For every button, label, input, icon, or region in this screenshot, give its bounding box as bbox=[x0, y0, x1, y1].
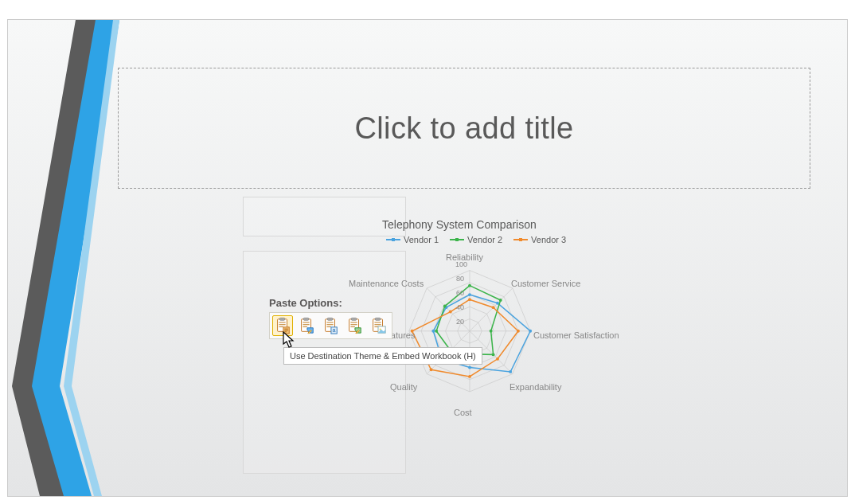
svg-rect-64 bbox=[374, 324, 381, 325]
axis-label-quality: Quality bbox=[390, 382, 417, 392]
svg-point-25 bbox=[435, 330, 438, 333]
svg-rect-41 bbox=[284, 329, 288, 330]
axis-label-maintenance-costs: Maintenance Costs bbox=[349, 279, 424, 288]
paste-options-label: Paste Options: bbox=[269, 297, 392, 309]
chart-legend: Vendor 1 Vendor 2 Vendor 3 bbox=[386, 235, 566, 244]
svg-point-32 bbox=[430, 368, 433, 371]
slide-canvas: Click to add title Telephony System Comp… bbox=[8, 20, 847, 496]
svg-rect-39 bbox=[279, 326, 283, 327]
svg-point-30 bbox=[496, 357, 499, 361]
svg-point-21 bbox=[490, 330, 493, 333]
svg-rect-58 bbox=[350, 322, 357, 322]
svg-point-29 bbox=[517, 330, 520, 333]
svg-rect-48 bbox=[303, 326, 307, 327]
chart-title: Telephony System Comparison bbox=[382, 218, 537, 231]
svg-point-28 bbox=[492, 306, 495, 309]
svg-point-13 bbox=[529, 330, 532, 333]
paste-option-use-destination-theme-embed[interactable] bbox=[272, 315, 293, 336]
svg-point-20 bbox=[499, 299, 502, 302]
tick-80: 80 bbox=[456, 275, 464, 283]
svg-rect-45 bbox=[303, 318, 308, 320]
svg-point-34 bbox=[449, 311, 452, 314]
paste-options-toolbar: a bbox=[269, 312, 392, 339]
svg-point-31 bbox=[468, 375, 471, 378]
axis-label-expandability: Expandability bbox=[509, 382, 561, 392]
tick-100: 100 bbox=[455, 260, 467, 268]
tick-60: 60 bbox=[456, 289, 464, 297]
svg-rect-63 bbox=[374, 322, 381, 322]
svg-point-17 bbox=[431, 330, 435, 333]
legend-item-vendor2: Vendor 2 bbox=[450, 235, 502, 244]
paste-option-paste-as-picture[interactable] bbox=[368, 315, 388, 336]
theme-stripes bbox=[8, 20, 135, 496]
svg-rect-62 bbox=[375, 318, 380, 320]
svg-rect-42 bbox=[284, 330, 288, 331]
svg-point-19 bbox=[468, 284, 471, 287]
title-text: Click to add title bbox=[354, 111, 573, 146]
svg-rect-52 bbox=[326, 324, 333, 325]
paste-tooltip: Use Destination Theme & Embed Workbook (… bbox=[283, 347, 482, 365]
svg-rect-38 bbox=[279, 324, 285, 325]
svg-rect-47 bbox=[303, 324, 309, 325]
svg-rect-53 bbox=[326, 326, 331, 327]
svg-rect-57 bbox=[351, 318, 356, 320]
paste-option-use-destination-theme-link[interactable]: a bbox=[320, 315, 341, 336]
svg-rect-50 bbox=[327, 318, 332, 320]
svg-rect-59 bbox=[350, 324, 357, 325]
svg-rect-43 bbox=[284, 331, 287, 332]
svg-point-11 bbox=[468, 293, 471, 296]
svg-point-14 bbox=[509, 370, 512, 373]
svg-point-26 bbox=[443, 305, 447, 308]
paste-option-keep-source-formatting-embed[interactable] bbox=[296, 315, 317, 336]
tick-20: 20 bbox=[456, 318, 464, 326]
svg-rect-51 bbox=[326, 322, 333, 322]
svg-point-27 bbox=[468, 298, 471, 301]
svg-rect-46 bbox=[303, 322, 309, 322]
title-placeholder[interactable]: Click to add title bbox=[118, 68, 810, 189]
svg-point-15 bbox=[468, 366, 471, 369]
axis-label-customer-satisfaction: Customer Satisfaction bbox=[533, 330, 619, 340]
svg-rect-60 bbox=[350, 326, 355, 327]
svg-point-22 bbox=[492, 353, 495, 356]
svg-rect-37 bbox=[279, 322, 285, 322]
axis-label-cost: Cost bbox=[454, 408, 472, 417]
paste-options-panel: Paste Options: a bbox=[269, 297, 392, 353]
tick-40: 40 bbox=[456, 303, 464, 311]
svg-rect-36 bbox=[279, 318, 284, 320]
axis-label-customer-service: Customer Service bbox=[511, 279, 580, 288]
legend-item-vendor3: Vendor 3 bbox=[513, 235, 566, 244]
paste-option-keep-source-formatting-link[interactable] bbox=[344, 315, 365, 336]
legend-item-vendor1: Vendor 1 bbox=[386, 235, 439, 244]
